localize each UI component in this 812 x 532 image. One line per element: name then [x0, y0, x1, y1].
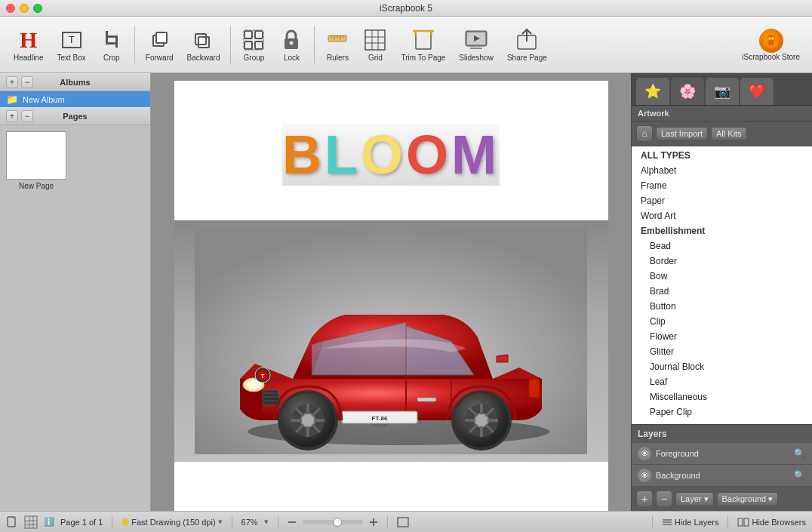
artwork-item-word-art[interactable]: Word Art [632, 208, 812, 223]
status-sep3 [278, 516, 278, 528]
artwork-all-kits-button[interactable]: All Kits [711, 127, 747, 140]
share-page-button[interactable]: Share Page [501, 25, 553, 65]
hide-browsers-button[interactable]: Hide Browsers [737, 518, 806, 527]
pages-list: New Page [0, 125, 150, 511]
artwork-item-glitter[interactable]: Glitter [632, 344, 812, 359]
artwork-item-frame[interactable]: Frame [632, 178, 812, 193]
zoom-thumb[interactable] [333, 518, 342, 527]
backward-button[interactable]: Backward [181, 25, 226, 65]
crop-button[interactable]: Crop [94, 25, 130, 65]
canvas-page: BLOOM [174, 81, 608, 511]
svg-point-36 [768, 37, 771, 40]
svg-rect-8 [245, 31, 252, 38]
headline-button[interactable]: H Headline [8, 25, 49, 65]
album-icon: 📁 [6, 94, 18, 105]
status-dot [121, 518, 129, 526]
layers-remove-button[interactable]: − [656, 490, 672, 507]
svg-rect-75 [25, 516, 37, 528]
artwork-item-paper[interactable]: Paper [632, 193, 812, 208]
artwork-last-import-button[interactable]: Last Import [656, 127, 708, 140]
artwork-item-button[interactable]: Button [632, 299, 812, 314]
artwork-home-button[interactable]: ⌂ [636, 125, 653, 142]
svg-rect-52 [529, 379, 540, 398]
status-zoom-out[interactable] [288, 518, 297, 527]
svg-rect-33 [470, 48, 482, 49]
main-layout: + − Albums 📁 New Album + − Pages [0, 73, 812, 511]
group-label: Group [244, 54, 265, 62]
status-sep6 [727, 516, 728, 528]
albums-add-button[interactable]: + [6, 76, 18, 88]
hide-browsers-icon [737, 518, 749, 527]
textbox-button[interactable]: T Text Box [51, 25, 91, 65]
sep2 [230, 26, 231, 63]
artwork-item-bow[interactable]: Bow [632, 269, 812, 284]
istore-icon [759, 29, 783, 53]
svg-point-73 [475, 414, 488, 426]
minimize-button[interactable] [20, 4, 29, 13]
tab-camera[interactable]: 📷 [706, 78, 739, 105]
trim-to-page-button[interactable]: Trim To Page [395, 25, 451, 65]
textbox-label: Text Box [57, 54, 85, 62]
grid-button[interactable]: Grid [357, 25, 393, 65]
tab-favorites[interactable]: ⭐ [636, 78, 669, 105]
group-button[interactable]: Group [235, 25, 272, 65]
forward-button[interactable]: Forward [140, 25, 180, 65]
artwork-item-clip[interactable]: Clip [632, 314, 812, 329]
background-visibility-button[interactable]: 👁 [638, 469, 651, 482]
svg-point-64 [302, 414, 314, 426]
canvas-car-area: T FT-86 concept [174, 220, 608, 462]
status-zoom-in[interactable] [369, 518, 378, 527]
artwork-item-alphabet[interactable]: Alphabet [632, 163, 812, 178]
artwork-item-bead[interactable]: Bead [632, 238, 812, 254]
status-drawing-mode: Fast Drawing (150 dpi) [131, 518, 215, 527]
close-button[interactable] [6, 4, 15, 13]
artwork-item-flower[interactable]: Flower [632, 329, 812, 344]
svg-rect-28 [414, 32, 417, 35]
tab-heart[interactable]: ❤️ [740, 78, 774, 105]
headline-label: Headline [14, 54, 43, 62]
trim-to-page-label: Trim To Page [401, 54, 445, 62]
zoom-slider[interactable] [303, 520, 363, 524]
left-panel: + − Albums 📁 New Album + − Pages [0, 73, 151, 511]
page-thumbnail[interactable]: New Page [6, 131, 66, 505]
canvas-area[interactable]: BLOOM [151, 73, 631, 511]
layers-layer-dropdown[interactable]: Layer ▾ [675, 492, 714, 506]
maximize-button[interactable] [33, 4, 42, 13]
artwork-item-border[interactable]: Border [632, 254, 812, 269]
background-search-button[interactable]: 🔍 [792, 469, 806, 482]
artwork-item-miscellaneous[interactable]: Miscellaneous [632, 389, 812, 404]
istore-button[interactable]: iScrapbook Store [737, 26, 804, 64]
foreground-layer-name: Foreground [656, 449, 788, 458]
status-info-icon[interactable]: ℹ️ [44, 517, 54, 527]
new-album-item[interactable]: 📁 New Album [0, 91, 150, 107]
pages-remove-button[interactable]: − [21, 110, 33, 122]
artwork-item-brad[interactable]: Brad [632, 284, 812, 299]
lock-button[interactable]: Lock [273, 25, 309, 65]
grid-icon [363, 28, 387, 52]
status-sep2 [232, 516, 232, 528]
pages-add-button[interactable]: + [6, 110, 18, 122]
svg-rect-10 [245, 42, 252, 49]
layer-background[interactable]: 👁 Background 🔍 [632, 465, 812, 487]
foreground-visibility-button[interactable]: 👁 [638, 447, 651, 460]
forward-icon [147, 28, 171, 52]
layers-add-button[interactable]: + [636, 490, 653, 507]
artwork-item-embellishment[interactable]: Embellishment [632, 223, 812, 238]
artwork-item-leaf[interactable]: Leaf [632, 374, 812, 389]
tab-artwork[interactable]: 🌸 [671, 78, 704, 105]
status-drawing-chevron: ▾ [218, 517, 223, 527]
layers-toolbar: + − Layer ▾ Background ▾ [632, 487, 812, 511]
artwork-item-paper-clip[interactable]: Paper Clip [632, 404, 812, 420]
artwork-item-journal-block[interactable]: Journal Block [632, 359, 812, 374]
hide-layers-button[interactable]: Hide Layers [662, 518, 719, 527]
layers-bg-dropdown[interactable]: Background ▾ [717, 492, 779, 506]
rulers-button[interactable]: Rulers [319, 25, 355, 65]
hide-browsers-label: Hide Browsers [752, 518, 806, 527]
albums-remove-button[interactable]: − [21, 76, 33, 88]
layer-foreground[interactable]: 👁 Foreground 🔍 [632, 443, 812, 465]
artwork-item-all-types[interactable]: ALL TYPES [632, 148, 812, 163]
status-drawing-indicator: Fast Drawing (150 dpi) ▾ [121, 517, 222, 527]
foreground-search-button[interactable]: 🔍 [792, 447, 806, 460]
slideshow-button[interactable]: Slideshow [453, 25, 500, 65]
status-grid-icon [24, 515, 38, 529]
